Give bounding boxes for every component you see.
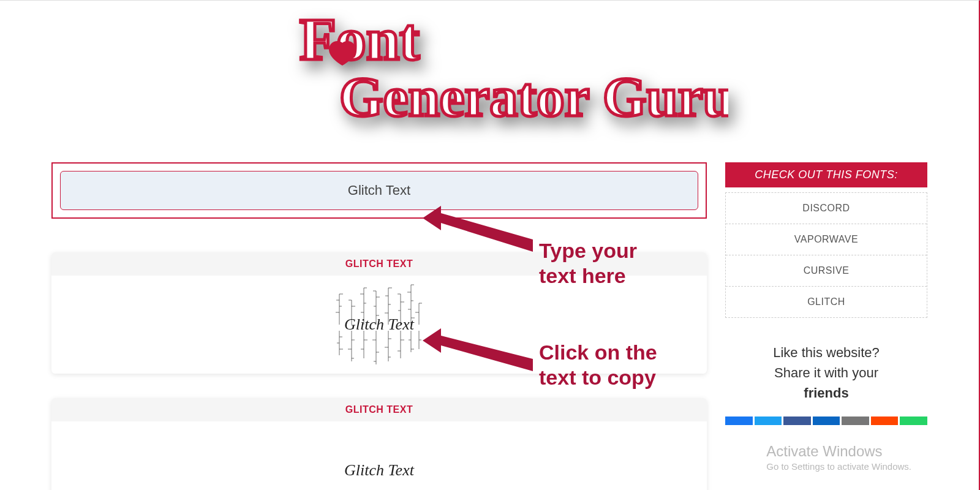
sidebar-title: CHECK OUT THIS FONTS: xyxy=(725,162,927,187)
annotation-click-copy: Click on thetext to copy xyxy=(539,340,657,390)
share-button[interactable] xyxy=(900,417,927,425)
font-link-glitch[interactable]: GLITCH xyxy=(726,287,927,317)
annotation-type-here: Type yourtext here xyxy=(539,238,637,288)
font-link-cursive[interactable]: CURSIVE xyxy=(726,255,927,287)
font-link-discord[interactable]: DISCORD xyxy=(726,193,927,224)
site-logo: .script{font-family: 'Brush Script MT','… xyxy=(51,1,927,162)
share-block: Like this website? Share it with your fr… xyxy=(725,342,927,425)
share-button[interactable] xyxy=(813,417,840,425)
result-card-2: GLITCH TEXT Glitch Text xyxy=(51,398,707,490)
logo-word-font: Font xyxy=(300,7,420,72)
share-button[interactable] xyxy=(755,417,782,425)
share-button[interactable] xyxy=(842,417,869,425)
font-link-list: DISCORD VAPORWAVE CURSIVE GLITCH xyxy=(725,192,927,318)
glitch-output-text: Glitch Text xyxy=(344,317,414,333)
glitch-output-text: Glitch Text xyxy=(344,462,414,478)
text-input[interactable] xyxy=(60,171,698,210)
logo-word-generator-guru: Generator Guru xyxy=(339,66,728,128)
result-body-copy[interactable]: Glitch Text xyxy=(51,421,707,490)
font-link-vaporwave[interactable]: VAPORWAVE xyxy=(726,224,927,255)
share-button[interactable] xyxy=(871,417,899,425)
share-button[interactable] xyxy=(725,417,753,425)
result-title: GLITCH TEXT xyxy=(51,398,707,421)
input-box-container xyxy=(51,162,707,219)
share-button[interactable] xyxy=(783,417,811,425)
share-buttons-row xyxy=(725,417,927,425)
sidebar: CHECK OUT THIS FONTS: DISCORD VAPORWAVE … xyxy=(725,162,927,425)
share-text: Like this website? Share it with your fr… xyxy=(725,342,927,403)
